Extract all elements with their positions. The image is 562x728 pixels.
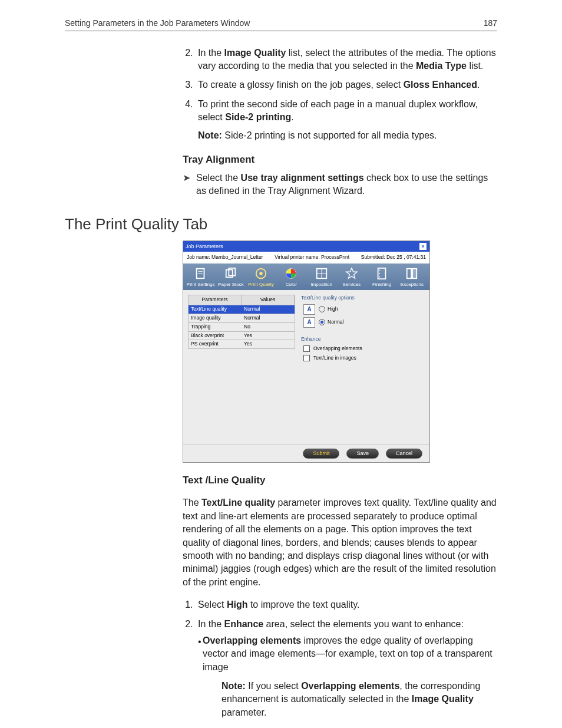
running-header: Setting Parameters in the Job Parameters…: [65, 18, 497, 31]
cancel-button[interactable]: Cancel: [386, 449, 422, 459]
steps-list: In the Image Quality list, select the at…: [183, 47, 497, 142]
tab-exceptions[interactable]: Exceptions: [397, 267, 427, 290]
grid-header: ParametersValues: [188, 295, 295, 305]
overlapping-note: Note: If you select Overlapping elements…: [222, 680, 497, 719]
tab-paper-stock[interactable]: Paper Stock: [216, 267, 246, 290]
radio-icon[interactable]: [319, 319, 325, 325]
tab-print-quality[interactable]: Print Quality: [246, 267, 276, 290]
page-number: 187: [484, 18, 497, 29]
letter-a-icon: A: [303, 304, 315, 315]
svg-point-13: [379, 269, 381, 271]
tab-imposition[interactable]: Imposition: [306, 267, 336, 290]
header-title: Setting Parameters in the Job Parameters…: [65, 18, 250, 29]
close-icon[interactable]: ×: [419, 242, 427, 251]
grid-row[interactable]: Black overprintYes: [188, 332, 295, 341]
tab-strip: Print SettingsPaper StockPrint QualityCo…: [183, 263, 429, 290]
save-button[interactable]: Save: [346, 449, 379, 459]
svg-marker-11: [346, 268, 357, 278]
tab-icon: [315, 267, 329, 280]
dialog-screenshot: Job Parameters × Job name: Mambo_Journal…: [183, 241, 430, 463]
letter-a-icon: A: [303, 317, 315, 328]
svg-rect-17: [412, 269, 416, 279]
tab-icon: [284, 267, 298, 280]
dialog-title: Job Parameters: [186, 243, 223, 251]
tray-alignment-item: ➤ Select the Use tray alignment settings…: [183, 172, 497, 198]
step-2: In the Image Quality list, select the at…: [196, 47, 497, 73]
subhead-tray-alignment: Tray Alignment: [183, 153, 497, 167]
q-step-1: Select High to improve the text quality.: [196, 598, 497, 611]
grid-row[interactable]: Text/Line qualityNormal: [188, 305, 295, 314]
subhead-text-line-quality: Text /Line Quality: [183, 473, 497, 487]
submit-button[interactable]: Submit: [303, 449, 339, 459]
grid-row[interactable]: PS overprintYes: [188, 340, 295, 349]
tab-icon: [405, 267, 419, 280]
q-step-2: In the Enhance area, select the elements…: [196, 618, 497, 720]
svg-rect-16: [407, 269, 411, 279]
group-quality-options: Text/Line quality options: [301, 295, 425, 302]
tab-color[interactable]: Color: [276, 267, 306, 290]
tab-icon: [254, 267, 268, 280]
bullet-overlapping: • Overlapping elements improves the edge…: [198, 634, 497, 674]
bullet-icon: •: [198, 634, 203, 674]
tab-finishing[interactable]: Finishing: [367, 267, 397, 290]
checkbox-icon[interactable]: [303, 355, 310, 361]
checkbox-icon[interactable]: [303, 345, 310, 352]
tab-icon: [345, 267, 359, 280]
step-3: To create a glossy finish on the job pag…: [196, 78, 497, 91]
step-4-note: Note: Side-2 printing is not supported f…: [198, 129, 497, 142]
tab-icon: [224, 267, 238, 280]
group-enhance: Enhance: [301, 336, 425, 343]
section-title: The Print Quality Tab: [65, 213, 497, 235]
arrow-icon: ➤: [183, 172, 190, 198]
svg-point-15: [379, 276, 381, 277]
radio-icon[interactable]: [319, 306, 325, 312]
svg-point-14: [379, 273, 381, 274]
check-overlapping[interactable]: Overlapping elements: [303, 345, 425, 353]
svg-point-6: [259, 272, 263, 275]
quality-steps: Select High to improve the text quality.…: [183, 598, 497, 719]
grid-row[interactable]: Image qualityNormal: [188, 314, 295, 323]
option-normal[interactable]: A Normal: [303, 317, 425, 328]
step-4: To print the second side of each page in…: [196, 98, 497, 142]
grid-row[interactable]: TrappingNo: [188, 323, 295, 332]
tab-print-settings[interactable]: Print Settings: [186, 267, 216, 290]
tab-icon: [194, 267, 208, 280]
text-line-quality-para: The Text/Line quality parameter improves…: [183, 496, 497, 589]
option-high[interactable]: A High: [303, 304, 425, 315]
tab-services[interactable]: Services: [336, 267, 366, 290]
tab-icon: [375, 267, 389, 280]
check-textline-images[interactable]: Text/Line in images: [303, 355, 425, 362]
